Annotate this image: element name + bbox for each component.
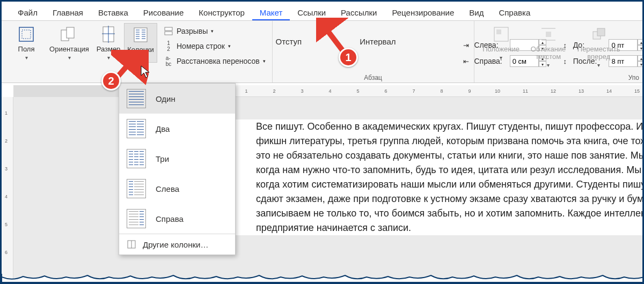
columns-more-icon bbox=[127, 240, 136, 249]
columns-more-label: Другие колонки… bbox=[143, 240, 208, 249]
spinner-up-icon[interactable]: ▴ bbox=[638, 55, 644, 61]
callout-badge-2: 2 bbox=[101, 71, 121, 91]
ruler-tick: 4 bbox=[328, 88, 331, 94]
ruler-tick: 1 bbox=[5, 110, 8, 116]
orientation-label: Ориентация bbox=[49, 46, 89, 53]
spinner-up-icon[interactable]: ▴ bbox=[638, 39, 644, 45]
hyphenation-label: Расстановка переносов bbox=[177, 57, 260, 65]
document-body-text[interactable]: Все пишут. Особенно в академических круг… bbox=[236, 119, 644, 235]
truncated-label: Упо bbox=[628, 74, 639, 81]
ruler-tick: 4 bbox=[5, 194, 8, 199]
tab-рецензирование[interactable]: Рецензирование bbox=[384, 8, 462, 20]
ruler-tick: 7 bbox=[412, 88, 415, 94]
ruler-tick: 11 bbox=[523, 88, 528, 94]
bring-forward-icon bbox=[590, 25, 608, 43]
wrap-text-button[interactable]: Обтекание текстом bbox=[525, 23, 572, 69]
chevron-down-icon: ▾ bbox=[228, 43, 231, 49]
ruler-horizontal[interactable]: 123456789101112131415 bbox=[236, 85, 642, 97]
ruler-tick: 8 bbox=[440, 88, 443, 94]
mouse-cursor-icon bbox=[140, 65, 151, 79]
breaks-label: Разрывы bbox=[177, 27, 208, 35]
tab-макет[interactable]: Макет bbox=[252, 8, 290, 20]
tab-конструктор[interactable]: Конструктор bbox=[191, 8, 252, 20]
ruler-tick: 2 bbox=[273, 88, 275, 94]
tab-вставка[interactable]: Вставка bbox=[91, 8, 136, 20]
margins-label: Поля bbox=[18, 46, 35, 53]
svg-rect-3 bbox=[67, 27, 74, 38]
spacing-header: Интервал bbox=[360, 23, 453, 46]
tab-файл[interactable]: Файл bbox=[10, 8, 45, 20]
indent-right-icon: ⇤ bbox=[462, 56, 471, 66]
spinner-down-icon[interactable]: ▾ bbox=[638, 61, 644, 67]
columns-more-button[interactable]: Другие колонки… bbox=[119, 234, 235, 255]
columns-option-три[interactable]: Три bbox=[119, 144, 235, 174]
tab-рисование[interactable]: Рисование bbox=[136, 8, 192, 20]
columns-option-label: Два bbox=[156, 124, 170, 133]
indent-left-icon: ⇥ bbox=[462, 40, 471, 50]
columns-icon bbox=[131, 26, 150, 44]
torn-edge-decoration bbox=[2, 274, 644, 282]
hyphenation-button[interactable]: a-bc Расстановка переносов ▾ bbox=[160, 55, 269, 67]
ruler-tick: 2 bbox=[5, 138, 8, 144]
ruler-tick: 5 bbox=[5, 222, 8, 227]
ruler-tick: 10 bbox=[495, 88, 500, 94]
position-icon bbox=[492, 25, 510, 43]
group-paragraph: Отступ Интервал ⇥Слева: ▴▾ ↕До: ▴▾ ⇤Спра… bbox=[273, 21, 474, 83]
ruler-tick: 15 bbox=[634, 88, 640, 94]
ruler-tick: 14 bbox=[606, 88, 612, 94]
paragraph-group-label: Абзац bbox=[273, 74, 474, 81]
chevron-down-icon: ▾ bbox=[263, 58, 266, 64]
columns-option-icon bbox=[127, 179, 146, 198]
margins-icon bbox=[17, 25, 35, 43]
columns-option-icon bbox=[127, 149, 146, 168]
columns-option-label: Три bbox=[156, 154, 169, 163]
svg-rect-0 bbox=[19, 27, 33, 41]
svg-rect-21 bbox=[496, 29, 501, 34]
wrap-text-icon bbox=[539, 25, 558, 43]
tab-вид[interactable]: Вид bbox=[462, 8, 491, 20]
columns-option-label: Слева bbox=[156, 184, 179, 193]
ruler-vertical[interactable]: 123456 bbox=[2, 97, 13, 282]
svg-rect-18 bbox=[165, 27, 172, 31]
ruler-tick: 9 bbox=[468, 88, 471, 94]
ruler-tick: 5 bbox=[356, 88, 359, 94]
columns-option-label: Справа bbox=[156, 214, 184, 223]
bring-forward-button[interactable]: Переместить вперед bbox=[572, 23, 626, 69]
hyphenation-icon: a-bc bbox=[164, 56, 173, 66]
ruler-tick: 6 bbox=[384, 88, 387, 94]
spinner-down-icon[interactable]: ▾ bbox=[638, 45, 644, 51]
line-numbers-icon: 12 bbox=[164, 41, 173, 51]
columns-option-icon bbox=[127, 209, 146, 228]
svg-rect-22 bbox=[546, 32, 551, 37]
tab-справка[interactable]: Справка bbox=[491, 8, 538, 20]
breaks-icon bbox=[164, 26, 173, 36]
columns-option-справа[interactable]: Справа bbox=[119, 204, 235, 234]
columns-dropdown: ОдинДваТриСлеваСправаДругие колонки… bbox=[119, 83, 236, 255]
orientation-icon bbox=[60, 25, 78, 43]
wrap-text-label: Обтекание текстом bbox=[525, 46, 572, 61]
columns-option-два[interactable]: Два bbox=[119, 114, 235, 144]
ruler-tick: 6 bbox=[5, 250, 8, 255]
svg-rect-19 bbox=[165, 32, 172, 35]
document-page[interactable]: Все пишут. Особенно в академических круг… bbox=[236, 119, 644, 235]
columns-option-icon bbox=[127, 119, 146, 138]
columns-option-icon bbox=[127, 89, 146, 108]
margins-button[interactable]: Поля bbox=[7, 23, 46, 62]
ruler-tick: 3 bbox=[301, 88, 303, 94]
group-arrange: Положение Обтекание текстом Переместить … bbox=[474, 21, 629, 83]
svg-rect-26 bbox=[597, 28, 605, 36]
ruler-tick: 12 bbox=[551, 88, 556, 94]
svg-line-29 bbox=[323, 24, 343, 51]
callout-badge-1: 1 bbox=[339, 48, 358, 67]
columns-option-слева[interactable]: Слева bbox=[119, 174, 235, 204]
tab-главная[interactable]: Главная bbox=[45, 8, 91, 20]
columns-option-один[interactable]: Один bbox=[119, 84, 235, 114]
bring-forward-label: Переместить вперед bbox=[572, 46, 626, 61]
breaks-button[interactable]: Разрывы ▾ bbox=[160, 25, 269, 37]
position-button[interactable]: Положение bbox=[478, 23, 525, 62]
ruler-tick: 1 bbox=[245, 88, 247, 94]
size-icon bbox=[99, 25, 118, 43]
orientation-button[interactable]: Ориентация bbox=[46, 23, 93, 62]
line-numbers-button[interactable]: 12 Номера строк ▾ bbox=[160, 40, 269, 52]
svg-rect-1 bbox=[22, 30, 31, 39]
